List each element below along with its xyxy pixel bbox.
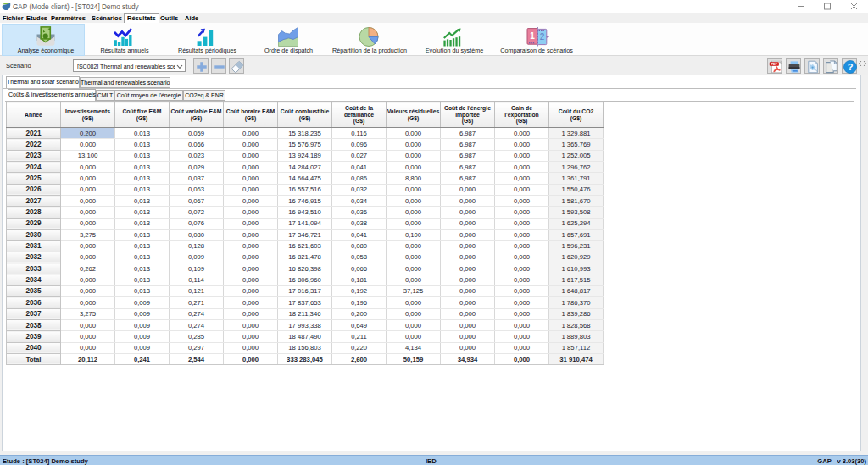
svg-text:2: 2 [540,32,545,42]
svg-text:1: 1 [530,31,535,41]
svg-text:?: ? [848,62,854,72]
svg-text:PDF: PDF [771,63,778,66]
